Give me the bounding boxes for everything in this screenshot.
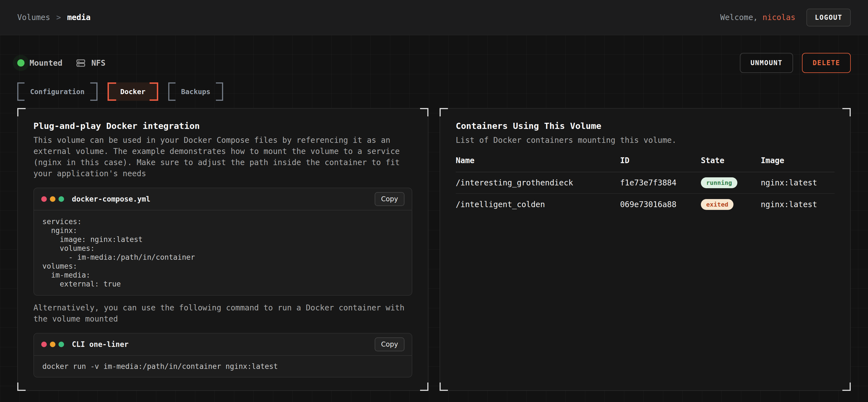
panel-corner: [17, 108, 26, 116]
unmount-button[interactable]: UNMOUNT: [740, 53, 793, 73]
table-header-image: Image: [761, 156, 835, 165]
compose-copy-button[interactable]: Copy: [375, 192, 404, 206]
docker-panel-description: This volume can be used in your Docker C…: [33, 135, 412, 179]
panel-corner: [17, 382, 26, 391]
panel-corner: [842, 108, 851, 116]
docker-integration-panel: Plug-and-play Docker integration This vo…: [17, 108, 428, 391]
cell-image: nginx:latest: [761, 200, 835, 209]
welcome-text: Welcome, nicolas: [720, 13, 796, 22]
logout-button[interactable]: LOGOUT: [806, 9, 851, 27]
topbar-right: Welcome, nicolas LOGOUT: [720, 9, 851, 27]
username: nicolas: [763, 13, 795, 22]
window-dots: [41, 342, 64, 347]
containers-panel-title: Containers Using This Volume: [456, 121, 835, 131]
cli-code-block: CLI one-liner Copy docker run -v im-medi…: [33, 333, 412, 377]
breadcrumb-current: media: [67, 13, 91, 22]
table-header-id: ID: [620, 156, 701, 165]
panel-corner: [842, 382, 851, 391]
cell-name: /interesting_grothendieck: [456, 178, 620, 187]
cli-code-header: CLI one-liner Copy: [34, 334, 412, 356]
tab-configuration[interactable]: Configuration: [17, 82, 97, 101]
compose-code-header: docker-compose.yml Copy: [34, 188, 412, 210]
green-dot-icon: [59, 342, 64, 347]
panel-corner: [420, 382, 428, 391]
server-icon: [75, 57, 86, 68]
amber-dot-icon: [50, 342, 56, 347]
state-badge: running: [701, 177, 737, 188]
driver-label: NFS: [91, 59, 105, 68]
panel-corner: [420, 108, 428, 116]
mounted-dot-icon: [17, 59, 25, 67]
page-content: Mounted NFS UNMOUNT DELETE Configuration: [0, 35, 868, 402]
breadcrumb-volumes-link[interactable]: Volumes: [17, 13, 50, 22]
table-row: /intelligent_colden 069e73016a88 exited …: [456, 194, 835, 215]
cli-filename: CLI one-liner: [72, 340, 129, 348]
docker-panel-title: Plug-and-play Docker integration: [33, 121, 412, 131]
breadcrumb: Volumes > media: [17, 13, 91, 22]
table-row: /interesting_grothendieck f1e73e7f3884 r…: [456, 172, 835, 194]
table-header-row: Name ID State Image: [456, 156, 835, 172]
table-header-state: State: [701, 156, 761, 165]
cli-intro-text: Alternatively, you can use the following…: [33, 302, 412, 325]
containers-panel-subtitle: List of Docker containers mounting this …: [456, 135, 835, 146]
panel-corner: [440, 382, 448, 391]
state-badge: exited: [701, 199, 734, 210]
panels-row: Plug-and-play Docker integration This vo…: [17, 108, 851, 391]
amber-dot-icon: [50, 196, 56, 202]
containers-table: Name ID State Image /interesting_grothen…: [456, 156, 835, 215]
driver-status: NFS: [75, 57, 105, 68]
tab-backups[interactable]: Backups: [168, 82, 223, 101]
panel-corner: [440, 108, 448, 116]
cell-id: 069e73016a88: [620, 200, 701, 209]
mounted-status: Mounted: [17, 59, 62, 68]
action-group: UNMOUNT DELETE: [740, 53, 851, 73]
table-header-name: Name: [456, 156, 620, 165]
containers-panel: Containers Using This Volume List of Doc…: [440, 108, 851, 391]
mounted-label: Mounted: [30, 59, 62, 68]
topbar: Volumes > media Welcome, nicolas LOGOUT: [0, 0, 868, 35]
compose-code-content: services: nginx: image: nginx:latest vol…: [34, 210, 412, 295]
green-dot-icon: [59, 196, 64, 202]
cell-image: nginx:latest: [761, 178, 835, 187]
cli-copy-button[interactable]: Copy: [375, 337, 404, 351]
welcome-prefix: Welcome,: [720, 13, 763, 22]
volume-toolbar: Mounted NFS UNMOUNT DELETE: [17, 53, 851, 73]
window-dots: [41, 196, 64, 202]
cell-name: /intelligent_colden: [456, 200, 620, 209]
chevron-right-icon: >: [56, 13, 61, 22]
tab-bar: Configuration Docker Backups: [17, 82, 851, 101]
red-dot-icon: [41, 342, 47, 347]
red-dot-icon: [41, 196, 47, 202]
delete-button[interactable]: DELETE: [802, 53, 851, 73]
compose-code-block: docker-compose.yml Copy services: nginx:…: [33, 188, 412, 296]
status-group: Mounted NFS: [17, 57, 105, 68]
cell-id: f1e73e7f3884: [620, 178, 701, 187]
compose-filename: docker-compose.yml: [72, 195, 150, 203]
tab-docker[interactable]: Docker: [107, 82, 158, 101]
cli-code-content: docker run -v im-media:/path/in/containe…: [34, 356, 412, 377]
